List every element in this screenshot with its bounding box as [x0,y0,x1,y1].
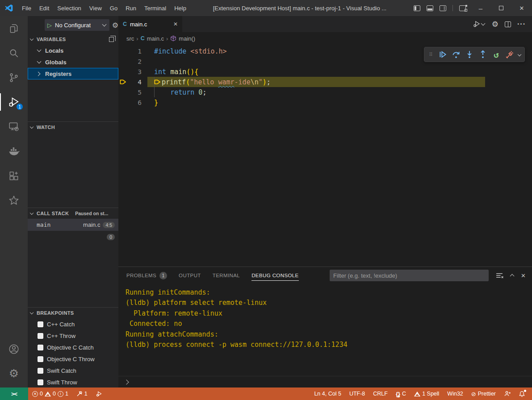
disconnect-button[interactable] [504,49,515,60]
variables-header[interactable]: VARIABLES [28,34,118,45]
step-over-button[interactable] [450,49,462,60]
breakpoint-checkbox[interactable] [38,368,43,374]
tab-debug-console[interactable]: DEBUG CONSOLE [251,267,299,284]
toolbar-drag-handle-icon[interactable]: ⠿ [428,53,434,57]
run-or-debug-button[interactable] [473,20,486,28]
breakpoint-row[interactable]: Swift Throw [28,376,118,388]
tab-main-c[interactable]: C main.c ✕ [118,16,182,32]
encoding-indicator[interactable]: UTF-8 [345,388,369,400]
breadcrumb-folder[interactable]: src [126,35,134,42]
tab-output[interactable]: OUTPUT [179,267,201,284]
watch-header[interactable]: WATCH [28,122,118,133]
continue-button[interactable] [437,49,448,60]
menu-item[interactable]: File [18,0,35,16]
breadcrumb-file[interactable]: main.c [147,35,164,42]
settings-gear-icon[interactable]: ⚙ [492,21,498,28]
step-out-button[interactable] [477,49,489,60]
menu-item[interactable]: View [85,0,106,16]
collapse-all-icon[interactable] [109,37,114,42]
breakpoint-checkbox[interactable] [38,321,43,327]
activity-remote-explorer[interactable] [0,114,28,139]
console-filter-input[interactable] [330,270,489,281]
activity-source-control[interactable] [0,65,28,90]
breakpoint-row[interactable]: Objective C Catch [28,342,118,353]
menu-item[interactable]: Run [121,0,140,16]
restart-button[interactable]: ↺ [490,49,502,60]
toggle-secondary-sidebar-icon[interactable] [440,5,446,11]
spell-checker-status[interactable]: ! 1 Spell [410,388,443,400]
tools-status[interactable]: 1 [72,388,92,400]
thread-row[interactable]: 0 [28,231,118,243]
activity-run-and-debug[interactable]: 1 [0,90,28,114]
frame-function-name: main [37,221,50,228]
maximize-button[interactable] [491,0,511,16]
variables-item-globals[interactable]: Globals [28,56,118,68]
customize-layout-icon[interactable] [459,5,466,11]
maximize-panel-icon[interactable] [511,273,514,278]
breakpoint-row[interactable]: Swift Catch [28,365,118,376]
menu-item[interactable]: Help [170,0,190,16]
eol-indicator[interactable]: CRLF [369,388,392,400]
more-actions-icon[interactable]: ··· [517,20,526,28]
split-editor-icon[interactable] [505,21,511,27]
menu-item[interactable]: Terminal [140,0,170,16]
breakpoint-row[interactable]: Objective C Throw [28,353,118,365]
info-count: 1 [65,391,68,397]
problems-summary[interactable]: ✕ 0 ! 0 i 1 [28,388,72,400]
activity-extensions[interactable] [0,163,28,188]
settings-button[interactable]: ⚙ [0,361,28,386]
toggle-panel-icon[interactable] [427,5,433,11]
variables-item-locals[interactable]: Locals [28,45,118,56]
activity-search[interactable] [0,41,28,65]
launch-settings-gear-icon[interactable]: ⚙ [112,21,118,29]
debug-console-input[interactable] [118,376,532,388]
feedback-button[interactable] [500,388,515,400]
close-button[interactable] [511,0,532,16]
breakpoint-checkbox[interactable] [38,379,43,385]
start-debug-icon[interactable]: ▷ [47,22,52,29]
minimize-button[interactable] [470,0,491,16]
breakpoints-header[interactable]: BREAKPOINTS [28,308,118,318]
platform-indicator[interactable]: Win32 [443,388,467,400]
debug-config-dropdown[interactable]: ▷ No Configurat [45,19,109,31]
maximize-icon [499,6,503,10]
menu-item[interactable]: Go [106,0,121,16]
current-instruction-arrow-icon[interactable] [118,79,127,85]
tab-problems[interactable]: PROBLEMS 1 [126,267,167,284]
formatter-status[interactable]: ⊘ Prettier [467,388,500,400]
step-into-button[interactable] [464,49,475,60]
menu-item[interactable]: Edit [35,0,53,16]
breakpoint-checkbox[interactable] [38,333,43,339]
clear-console-icon[interactable] [496,272,503,279]
tab-bar: C main.c ✕ ⚙ ··· [118,16,532,32]
breakpoint-checkbox[interactable] [38,345,43,350]
debug-session-chevron-icon[interactable] [518,53,521,56]
menu-item[interactable]: Selection [53,0,85,16]
remote-indicator[interactable]: >< [0,388,28,400]
tab-close-icon[interactable]: ✕ [173,21,178,27]
breadcrumb-symbol[interactable]: main() [179,35,195,42]
registers-label: Registers [45,71,71,77]
warning-icon: ! [414,391,420,396]
notifications-button[interactable] [515,388,529,400]
activity-star[interactable] [0,188,28,212]
accounts-button[interactable] [0,337,28,361]
toggle-sidebar-icon[interactable] [414,5,420,11]
stack-frame-row[interactable]: main main.c 4:5 [28,219,118,231]
chevron-down-icon [30,37,34,40]
debug-status[interactable] [92,388,106,400]
language-mode[interactable]: {⊗} C [392,388,410,400]
account-icon [8,343,20,355]
breakpoint-row[interactable]: C++ Catch [28,318,118,330]
activity-docker[interactable] [0,139,28,163]
breakpoint-row[interactable]: C++ Throw [28,330,118,342]
call-stack-header[interactable]: CALL STACK Paused on st... [28,208,118,219]
close-panel-icon[interactable] [521,272,526,279]
code-editor[interactable]: ⠿ [118,45,532,267]
breakpoint-checkbox[interactable] [38,356,43,362]
cursor-position[interactable]: Ln 4, Col 5 [310,388,345,400]
variables-item-registers[interactable]: Registers [28,68,118,79]
watch-section: WATCH [28,121,118,208]
activity-explorer[interactable] [0,16,28,41]
tab-terminal[interactable]: TERMINAL [213,267,240,284]
